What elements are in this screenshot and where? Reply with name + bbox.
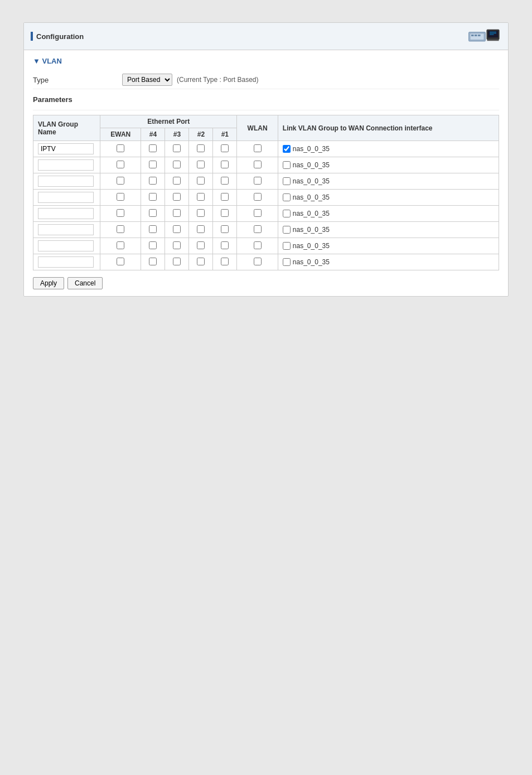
wlan-checkbox-0[interactable] <box>254 144 262 152</box>
wlan-checkbox-7[interactable] <box>254 258 262 265</box>
p2-checkbox-6[interactable] <box>197 241 205 249</box>
ewan-checkbox-1[interactable] <box>117 161 124 168</box>
vlan-table: VLAN Group Name Ethernet Port WLAN Link … <box>33 115 499 270</box>
p4-checkbox-2[interactable] <box>149 177 157 185</box>
col-p1: #1 <box>213 128 237 141</box>
table-row: nas_0_0_35 <box>33 254 499 270</box>
nas-checkbox-7[interactable] <box>283 258 291 266</box>
nas-label-0: nas_0_0_35 <box>293 145 330 153</box>
config-header: Configuration <box>24 23 508 50</box>
wlan-checkbox-3[interactable] <box>254 193 262 201</box>
router-icon <box>468 27 501 45</box>
ewan-checkbox-0[interactable] <box>117 144 124 152</box>
nas-checkbox-2[interactable] <box>283 177 291 185</box>
p2-checkbox-7[interactable] <box>197 258 205 265</box>
table-row: nas_0_0_35 <box>33 206 499 222</box>
nas-label-4: nas_0_0_35 <box>293 210 330 217</box>
p2-checkbox-3[interactable] <box>197 193 205 201</box>
p2-checkbox-4[interactable] <box>197 209 205 217</box>
ewan-checkbox-7[interactable] <box>117 258 124 265</box>
table-header-row-1: VLAN Group Name Ethernet Port WLAN Link … <box>33 115 499 128</box>
p3-checkbox-5[interactable] <box>173 225 181 233</box>
p4-checkbox-4[interactable] <box>149 209 157 217</box>
nas-checkbox-5[interactable] <box>283 226 291 234</box>
p1-checkbox-0[interactable] <box>221 144 229 152</box>
nas-checkbox-4[interactable] <box>283 210 291 217</box>
p4-checkbox-1[interactable] <box>149 161 157 168</box>
p1-checkbox-3[interactable] <box>221 193 229 201</box>
table-row: nas_0_0_35 <box>33 238 499 254</box>
ewan-checkbox-2[interactable] <box>117 177 124 185</box>
vlan-name-input-6[interactable] <box>38 240 94 251</box>
current-type-label: (Current Type : Port Based) <box>177 76 259 84</box>
ewan-checkbox-3[interactable] <box>117 193 124 201</box>
vlan-name-input-4[interactable] <box>38 208 94 219</box>
svg-rect-6 <box>488 31 498 37</box>
p4-checkbox-5[interactable] <box>149 225 157 233</box>
col-ewan: EWAN <box>100 128 141 141</box>
cancel-button[interactable]: Cancel <box>67 277 103 289</box>
p1-checkbox-7[interactable] <box>221 258 229 265</box>
svg-rect-4 <box>478 35 481 36</box>
p3-checkbox-3[interactable] <box>173 193 181 201</box>
col-p2: #2 <box>189 128 213 141</box>
wlan-checkbox-2[interactable] <box>254 177 262 185</box>
vlan-name-input-3[interactable] <box>38 192 94 203</box>
p4-checkbox-3[interactable] <box>149 193 157 201</box>
p2-checkbox-2[interactable] <box>197 177 205 185</box>
apply-button[interactable]: Apply <box>33 277 64 289</box>
vlan-name-input-0[interactable] <box>38 143 94 154</box>
p1-checkbox-2[interactable] <box>221 177 229 185</box>
table-row: nas_0_0_35 <box>33 190 499 206</box>
type-select[interactable]: Port Based802.1Q <box>122 74 172 86</box>
config-title-text: Configuration <box>36 32 84 41</box>
table-row: nas_0_0_35 <box>33 157 499 173</box>
p2-checkbox-5[interactable] <box>197 225 205 233</box>
p2-checkbox-1[interactable] <box>197 161 205 168</box>
vlan-name-input-7[interactable] <box>38 256 94 268</box>
wlan-checkbox-6[interactable] <box>254 241 262 249</box>
wlan-checkbox-5[interactable] <box>254 225 262 233</box>
title-bar-accent <box>31 32 33 41</box>
col-ethernet-port: Ethernet Port <box>100 115 237 128</box>
p3-checkbox-0[interactable] <box>173 144 181 152</box>
p1-checkbox-1[interactable] <box>221 161 229 168</box>
p4-checkbox-7[interactable] <box>149 258 157 265</box>
p3-checkbox-4[interactable] <box>173 209 181 217</box>
nas-checkbox-3[interactable] <box>283 193 291 201</box>
p1-checkbox-6[interactable] <box>221 241 229 249</box>
col-p3: #3 <box>165 128 189 141</box>
svg-rect-2 <box>471 35 474 36</box>
wlan-checkbox-1[interactable] <box>254 161 262 168</box>
nas-label-7: nas_0_0_35 <box>293 258 330 266</box>
table-row: nas_0_0_35 <box>33 173 499 190</box>
type-label: Type <box>33 76 122 84</box>
nas-label-5: nas_0_0_35 <box>293 226 330 234</box>
ewan-checkbox-5[interactable] <box>117 225 124 233</box>
vlan-section-title: ▼ VLAN <box>33 57 499 65</box>
p3-checkbox-6[interactable] <box>173 241 181 249</box>
p3-checkbox-7[interactable] <box>173 258 181 265</box>
ewan-checkbox-6[interactable] <box>117 241 124 249</box>
parameters-row: Parameters <box>33 89 499 110</box>
table-row: nas_0_0_35 <box>33 141 499 157</box>
p1-checkbox-4[interactable] <box>221 209 229 217</box>
ewan-checkbox-4[interactable] <box>117 209 124 217</box>
p1-checkbox-5[interactable] <box>221 225 229 233</box>
vlan-name-input-2[interactable] <box>38 176 94 187</box>
p3-checkbox-2[interactable] <box>173 177 181 185</box>
nas-checkbox-0[interactable] <box>283 145 291 153</box>
header-icon <box>468 27 501 45</box>
vlan-name-input-5[interactable] <box>38 224 94 235</box>
vlan-label: ▼ VLAN <box>33 57 62 65</box>
p2-checkbox-0[interactable] <box>197 144 205 152</box>
nas-checkbox-6[interactable] <box>283 242 291 250</box>
nas-checkbox-1[interactable] <box>283 161 291 169</box>
wlan-checkbox-4[interactable] <box>254 209 262 217</box>
button-row: Apply Cancel <box>33 277 499 289</box>
p4-checkbox-6[interactable] <box>149 241 157 249</box>
p4-checkbox-0[interactable] <box>149 144 157 152</box>
svg-rect-10 <box>487 40 499 41</box>
p3-checkbox-1[interactable] <box>173 161 181 168</box>
vlan-name-input-1[interactable] <box>38 159 94 171</box>
